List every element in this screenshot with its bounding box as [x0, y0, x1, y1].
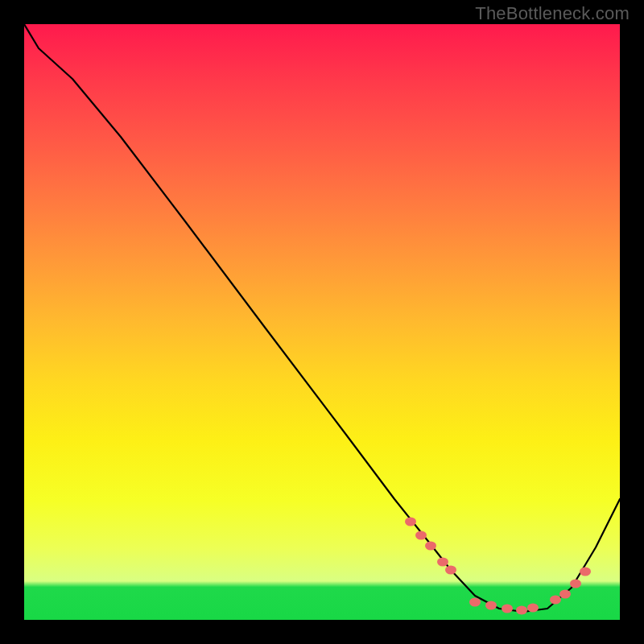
highlight-dot [527, 604, 539, 613]
highlight-dot [516, 606, 527, 615]
curve-line [24, 24, 620, 612]
highlight-dot [405, 518, 416, 526]
curve-svg [24, 24, 620, 620]
highlight-dot [445, 566, 456, 575]
watermark-text: TheBottleneck.com [475, 3, 630, 24]
highlight-dot [425, 542, 436, 551]
highlight-dot [437, 558, 448, 567]
chart-frame: TheBottleneck.com [0, 0, 644, 644]
highlight-dot [550, 596, 561, 605]
plot-area [24, 24, 620, 620]
dot-group [405, 518, 591, 615]
highlight-dot [580, 568, 591, 576]
highlight-dot [415, 531, 427, 540]
highlight-dot [559, 590, 571, 599]
highlight-dot [469, 598, 481, 607]
highlight-dot [570, 580, 581, 588]
highlight-dot [502, 605, 513, 613]
highlight-dot [485, 601, 497, 610]
